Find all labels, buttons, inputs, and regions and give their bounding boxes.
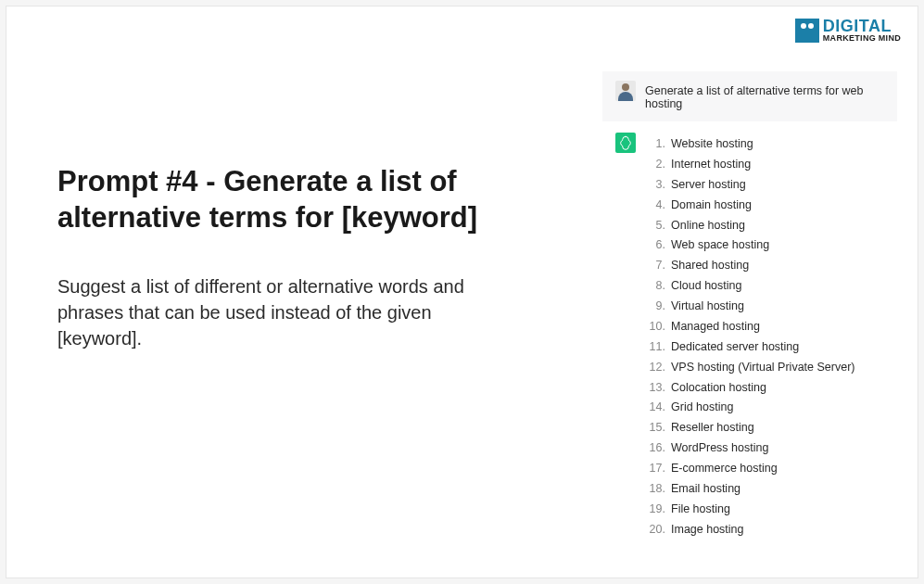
list-item: Image hosting bbox=[649, 520, 854, 540]
list-item: Colocation hosting bbox=[649, 378, 854, 399]
list-item: Server hosting bbox=[649, 175, 854, 196]
left-column: Prompt #4 - Generate a list of alternati… bbox=[6, 6, 602, 578]
list-item: Dedicated server hosting bbox=[649, 337, 854, 358]
list-item: Reseller hosting bbox=[649, 418, 854, 438]
logo-icon bbox=[795, 19, 819, 43]
list-item: Web space hosting bbox=[649, 235, 854, 256]
slide-description: Suggest a list of different or alternati… bbox=[57, 273, 484, 351]
ai-avatar-icon bbox=[615, 133, 636, 153]
list-item: File hosting bbox=[649, 500, 854, 520]
list-item: Domain hosting bbox=[649, 196, 854, 216]
logo-text: DIGITAL MARKETING MIND bbox=[823, 18, 901, 43]
slide-page: DIGITAL MARKETING MIND Prompt #4 - Gener… bbox=[6, 6, 918, 578]
list-item: Cloud hosting bbox=[649, 276, 854, 297]
list-item: Grid hosting bbox=[649, 398, 854, 418]
logo-text-bottom: MARKETING MIND bbox=[823, 34, 901, 43]
user-prompt-box: Generate a list of alternative terms for… bbox=[602, 71, 897, 121]
list-item: Shared hosting bbox=[649, 256, 854, 276]
list-item: Internet hosting bbox=[649, 155, 854, 175]
response-list: Website hosting Internet hosting Server … bbox=[649, 133, 854, 540]
list-item: Email hosting bbox=[649, 479, 854, 500]
ai-response-box: Website hosting Internet hosting Server … bbox=[602, 133, 897, 540]
right-column: Generate a list of alternative terms for… bbox=[602, 6, 918, 578]
list-item: Managed hosting bbox=[649, 317, 854, 337]
list-item: Virtual hosting bbox=[649, 297, 854, 317]
slide-heading: Prompt #4 - Generate a list of alternati… bbox=[57, 164, 575, 236]
list-item: WordPress hosting bbox=[649, 438, 854, 459]
user-avatar-icon bbox=[615, 81, 636, 101]
list-item: Website hosting bbox=[649, 134, 854, 155]
logo-text-top: DIGITAL bbox=[823, 18, 901, 34]
brand-logo: DIGITAL MARKETING MIND bbox=[795, 18, 901, 43]
list-item: Online hosting bbox=[649, 216, 854, 236]
list-item: VPS hosting (Virtual Private Server) bbox=[649, 358, 854, 378]
user-prompt-text: Generate a list of alternative terms for… bbox=[645, 81, 884, 110]
list-item: E-commerce hosting bbox=[649, 459, 854, 479]
